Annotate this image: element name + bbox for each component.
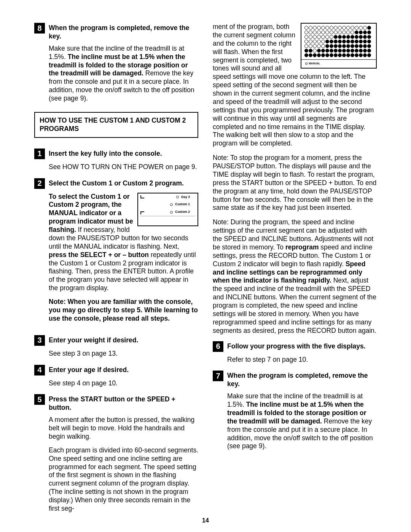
step-number-7: 7 — [213, 371, 223, 381]
diag-custom2: Custom 2 — [175, 210, 190, 214]
n2-post: Next, adjust the speed and incline of th… — [213, 276, 376, 334]
step2-note: Note: When you are familiar with the con… — [49, 298, 198, 323]
step-7: 7 When the program is completed, remove … — [213, 371, 377, 451]
step-8-title: When the program is completed, remove th… — [49, 23, 198, 41]
dot-grid — [304, 26, 373, 58]
step-number-4: 4 — [34, 365, 45, 375]
step-number-6: 6 — [213, 341, 223, 352]
step-7-body: Make sure that the incline of the treadm… — [227, 392, 377, 451]
display-manual-label: MANUAL — [309, 62, 320, 66]
step-3-body: See step 3 on page 13. — [49, 350, 198, 358]
console-diagram: Day 3 Custom 1 Custom 2 — [137, 193, 198, 226]
step-3: 3 Enter your weight if desired. See step… — [34, 335, 198, 358]
right-column: MANUAL ment of the program, both the cur… — [213, 23, 377, 520]
diag-day3: Day 3 — [181, 195, 190, 200]
page-number: 14 — [0, 517, 411, 524]
step-6: 6 Follow your progress with the five dis… — [213, 341, 377, 364]
step-3-title: Enter your weight if desired. — [49, 335, 138, 345]
step-6-body: Refer to step 7 on page 10. — [227, 356, 377, 364]
howto-box: HOW TO USE THE CUSTOM 1 AND CUSTOM 2 PRO… — [34, 112, 198, 138]
step3-body: See step 3 on page 13. — [49, 350, 198, 358]
left-column: 8 When the program is completed, remove … — [34, 23, 198, 520]
right-note2: Note: During the program, the speed and … — [213, 218, 377, 335]
n2-b1: reprogram — [285, 243, 319, 251]
step-4: 4 Enter your age if desired. See step 4 … — [34, 365, 198, 388]
step-8-body: Make sure that the incline of the treadm… — [49, 45, 198, 103]
program-display-diagram: MANUAL — [301, 23, 377, 69]
step5-p1: A moment after the button is pressed, th… — [49, 416, 198, 441]
step-1-title: Insert the key fully into the console. — [49, 149, 162, 158]
step-5-body: A moment after the button is pressed, th… — [49, 416, 198, 513]
step-7-title: When the program is completed, remove th… — [227, 371, 377, 388]
step-number-5: 5 — [34, 394, 45, 405]
step-number-2: 2 — [34, 178, 45, 189]
step1-body: See HOW TO TURN ON THE POWER on page 9. — [49, 163, 198, 171]
step5-p2: Each program is divided into 60-second s… — [49, 446, 198, 513]
step-1: 1 Insert the key fully into the console.… — [34, 149, 198, 171]
step-8: 8 When the program is completed, remove … — [34, 23, 198, 103]
step-4-body: See step 4 on page 10. — [49, 379, 198, 388]
step-2: 2 Select the Custom 1 or Custom 2 progra… — [34, 178, 198, 328]
step4-body: See step 4 on page 10. — [49, 379, 198, 388]
page-columns: 8 When the program is completed, remove … — [34, 23, 377, 520]
step6-body: Refer to step 7 on page 10. — [227, 356, 377, 364]
step-number-3: 3 — [34, 335, 45, 346]
step-5: 5 Press the START button or the SPEED + … — [34, 394, 198, 513]
step-number-8: 8 — [34, 23, 45, 34]
step-number-1: 1 — [34, 149, 45, 159]
right-note1: Note: To stop the program for a moment, … — [213, 154, 377, 212]
step-5-title: Press the START button or the SPEED + bu… — [49, 394, 198, 412]
step-1-body: See HOW TO TURN ON THE POWER on page 9. — [49, 163, 198, 171]
step-2-title: Select the Custom 1 or Custom 2 program. — [49, 178, 184, 188]
step-6-title: Follow your progress with the five displ… — [227, 341, 366, 351]
step-2-body: Day 3 Custom 1 Custom 2 To select the Cu… — [49, 193, 198, 328]
step2-b2: press the SELECT + or – button — [49, 251, 149, 259]
diag-custom1: Custom 1 — [175, 202, 190, 207]
step-4-title: Enter your age if desired. — [49, 365, 129, 374]
